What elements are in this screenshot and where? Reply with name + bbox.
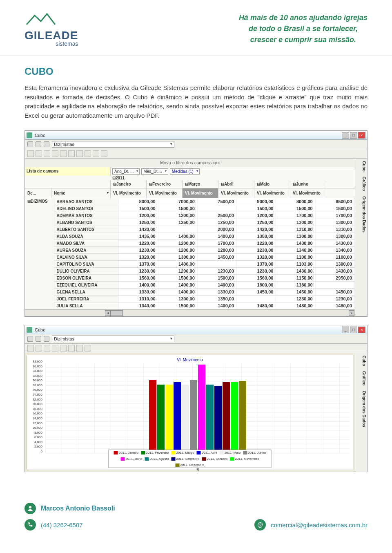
chart-icon[interactable]	[85, 150, 91, 157]
measure-header: Vl. Movimento	[290, 188, 326, 198]
side-tabs: Cubo Gráfico Origem dos Dados	[355, 159, 367, 316]
side-tab-origem[interactable]: Origem dos Dados	[362, 391, 366, 427]
value-cell: 1220,00	[119, 240, 158, 247]
value-cell: 1103,00	[276, 261, 315, 268]
print-icon[interactable]	[27, 150, 34, 157]
legend-swatch	[114, 451, 118, 454]
y-tick-label: 12.000	[33, 421, 42, 425]
month-header[interactable]: ⊟Janeiro	[111, 180, 147, 188]
tool-icon[interactable]	[68, 150, 75, 157]
tool-icon[interactable]	[76, 345, 83, 352]
tool-icon[interactable]	[101, 150, 107, 157]
tool-icon[interactable]	[93, 150, 99, 157]
dataset-dropdown[interactable]: Dizimistas	[52, 336, 174, 342]
pivot-data-table: ⊟DIZIMOSABRAAO SANTOS8000,007000,007500,…	[25, 198, 355, 309]
save-icon[interactable]	[44, 336, 49, 342]
year-label[interactable]: ⊟2011	[25, 176, 355, 180]
maximize-button[interactable]: □	[350, 327, 357, 333]
sum-icon[interactable]	[76, 150, 83, 157]
month-header[interactable]: ⊟Junho	[290, 180, 326, 188]
tool-icon[interactable]	[60, 345, 67, 352]
value-cell: 1230,00	[276, 296, 315, 302]
side-tab-grafico[interactable]: Gráfico	[362, 177, 366, 191]
dataset-dropdown[interactable]: Dizimistas	[52, 141, 174, 148]
month-header[interactable]: ⊟Abril	[218, 180, 254, 188]
maximize-button[interactable]: □	[350, 132, 357, 139]
refresh-icon[interactable]	[27, 336, 33, 342]
scroll-left-icon[interactable]: ◂	[105, 310, 111, 316]
legend-swatch	[220, 451, 224, 454]
side-tab-cubo[interactable]: Cubo	[362, 356, 366, 366]
tool-icon[interactable]	[36, 345, 42, 352]
col-field-medidas[interactable]: Medidas (1)	[170, 168, 200, 175]
month-header[interactable]: ⊟Maio	[254, 180, 290, 188]
scroll-thumb[interactable]	[111, 310, 123, 316]
tool-icon[interactable]	[52, 150, 58, 157]
tool-icon[interactable]	[85, 345, 91, 352]
measure-header: Vl. Movimento	[183, 188, 218, 198]
value-cell: 2950,00	[315, 275, 354, 282]
month-header[interactable]: ⊟Março	[183, 180, 218, 188]
table-row: ADEMAR SANTOS1200,001200,002500,001200,0…	[25, 212, 355, 219]
name-cell: ADEMAR SANTOS	[54, 212, 119, 219]
value-cell: 1500,00	[237, 205, 276, 212]
tool-icon[interactable]	[44, 150, 50, 157]
field-list-label[interactable]: Lista de campos	[25, 167, 111, 176]
save-icon[interactable]	[44, 141, 49, 147]
value-cell: 1230,00	[119, 268, 158, 275]
group-cell[interactable]: ⊟DIZIMOS	[25, 198, 54, 309]
close-button[interactable]: ×	[358, 132, 365, 139]
copy-icon[interactable]	[36, 150, 42, 157]
y-tick-label: 28.000	[33, 383, 42, 387]
chart-bar	[174, 382, 181, 453]
legend-swatch	[171, 457, 175, 461]
minimize-button[interactable]: _	[342, 132, 349, 139]
value-cell: 1430,00	[315, 268, 354, 275]
tool-icon[interactable]	[68, 345, 75, 352]
legend-swatch	[243, 451, 247, 454]
cubo-chart-screenshot: Cubo _ □ × Dizimistas Vl. Movimento 02.0…	[24, 325, 368, 472]
value-cell	[197, 205, 236, 212]
contact-name: Marcos Antonio Bassoli	[41, 505, 115, 512]
minimize-button[interactable]: _	[342, 327, 349, 333]
cubo-table-screenshot: Cubo _ □ × Dizimistas Mova o filtro dos …	[24, 130, 368, 317]
side-tab-origem[interactable]: Origem dos Dados	[362, 196, 366, 233]
side-tab-grafico[interactable]: Gráfico	[362, 371, 366, 385]
row-field-de[interactable]: De...	[25, 188, 51, 198]
tool-icon[interactable]	[44, 345, 50, 352]
chart-bar	[206, 385, 214, 453]
table-row: DULIO OLIVEIRA1230,001200,001230,001230,…	[25, 268, 355, 275]
table-row: CAPITOLINO SILVA1370,001400,001370,00110…	[25, 261, 355, 268]
app-icon	[27, 132, 32, 138]
value-cell: 1420,00	[237, 226, 276, 233]
col-field-mes[interactable]: Mês_Dt....	[141, 168, 168, 175]
table-row: ⊟DIZIMOSABRAAO SANTOS8000,007000,007500,…	[25, 198, 355, 205]
value-cell: 1100,00	[315, 254, 354, 261]
name-cell: EZEQUIEL OLIVEIRA	[54, 282, 119, 289]
value-cell	[315, 282, 354, 289]
y-tick-label: 30.000	[33, 378, 42, 382]
y-tick-label: 16.000	[33, 412, 42, 415]
row-field-nome[interactable]: Nome	[51, 188, 111, 198]
value-cell: 1450,00	[237, 289, 276, 296]
horizontal-scrollbar[interactable]: ◂ ▸	[25, 309, 355, 316]
value-cell: 8000,00	[276, 198, 315, 205]
side-tab-cubo[interactable]: Cubo	[362, 161, 366, 172]
scroll-right-icon[interactable]: ▸	[349, 310, 354, 316]
month-header[interactable]: ⊟Fevereiro	[147, 180, 183, 188]
filter-drop-area[interactable]: Mova o filtro dos campos aqui	[25, 159, 355, 167]
tool-icon[interactable]	[60, 150, 67, 157]
value-cell: 1420,00	[119, 226, 158, 233]
filter-icon[interactable]	[36, 141, 41, 147]
filter-icon[interactable]	[36, 336, 41, 342]
col-field-ano[interactable]: Ano_Dt. ...	[112, 168, 140, 175]
value-cell: 1200,00	[158, 240, 197, 247]
refresh-icon[interactable]	[27, 141, 33, 147]
tool-icon[interactable]	[52, 345, 58, 352]
y-tick-label: 6.000	[34, 435, 42, 439]
name-cell: CALVINO SILVA	[54, 254, 119, 261]
legend-swatch	[230, 457, 234, 461]
close-button[interactable]: ×	[358, 327, 365, 333]
value-cell: 1300,00	[315, 219, 354, 226]
tool-icon[interactable]	[27, 345, 34, 352]
